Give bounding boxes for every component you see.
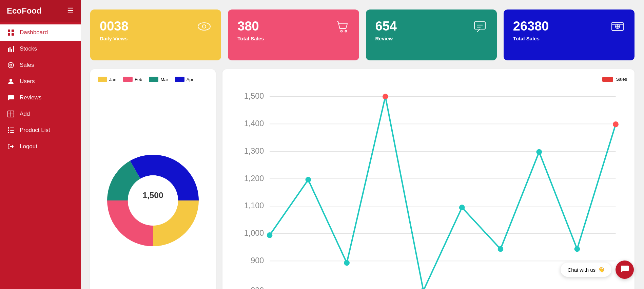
sidebar-label-stocks: Stocks (20, 45, 37, 52)
svg-text:1,300: 1,300 (244, 147, 264, 155)
sidebar-label-sales: Sales (20, 62, 34, 69)
svg-rect-3 (12, 33, 14, 36)
sidebar-item-add[interactable]: Add (0, 106, 81, 122)
stat-card-total-sales: 380 Total Sales (228, 9, 359, 60)
legend-feb: Feb (123, 77, 142, 82)
svg-rect-19 (10, 132, 14, 133)
sidebar-header: EcoFood ☰ (0, 0, 81, 22)
legend-sales-dot (602, 77, 613, 82)
legend-feb-dot (123, 77, 133, 82)
chat-emoji: 👋 (598, 267, 605, 273)
chat-button[interactable] (616, 261, 634, 279)
legend-jan-label: Jan (109, 77, 116, 82)
line-chart-polyline (270, 97, 616, 289)
sidebar-label-reviews: Reviews (20, 94, 41, 101)
svg-rect-4 (8, 48, 9, 52)
sales-icon (7, 62, 14, 69)
total-sales-label: Total Sales (237, 36, 264, 41)
total-sales-2-icon (610, 19, 625, 37)
dot-apr (383, 94, 388, 99)
svg-rect-17 (10, 130, 14, 131)
sidebar-item-reviews[interactable]: Reviews (0, 90, 81, 106)
sidebar-label-dashboard: Dashboard (20, 29, 48, 36)
svg-point-32 (128, 175, 178, 226)
dot-jan (267, 232, 273, 238)
dot-jun (459, 205, 465, 210)
daily-views-icon (197, 19, 212, 37)
legend-jan: Jan (98, 77, 116, 82)
sidebar-item-logout[interactable]: Logout (0, 138, 81, 155)
svg-rect-6 (11, 49, 12, 52)
svg-point-9 (10, 64, 12, 66)
daily-views-number: 0038 (100, 19, 129, 34)
svg-rect-7 (13, 46, 14, 52)
review-number: 654 (375, 19, 397, 34)
product-list-icon (7, 127, 14, 134)
svg-point-21 (198, 23, 210, 30)
stat-card-total-sales-2: 26380 Total Sales (504, 9, 635, 60)
svg-rect-14 (8, 127, 9, 129)
legend-mar: Mar (149, 77, 168, 82)
chat-bubble: Chat with us 👋 (561, 263, 611, 277)
total-sales-number: 380 (237, 19, 264, 34)
line-chart-area: .grid-line { stroke: #e0e0e0; stroke-wid… (230, 85, 627, 289)
reviews-icon (7, 94, 14, 101)
chat-label: Chat with us (567, 267, 596, 273)
sidebar-item-sales[interactable]: Sales (0, 57, 81, 73)
pie-chart-svg: 1,500 (107, 155, 199, 246)
legend-apr-dot (175, 77, 184, 82)
svg-rect-15 (10, 128, 14, 128)
line-chart-header: Sales (230, 77, 627, 82)
svg-rect-12 (8, 114, 14, 114)
legend-mar-label: Mar (160, 77, 168, 82)
stat-card-daily-views: 0038 Daily Views (90, 9, 221, 60)
main-content: 0038 Daily Views 380 Total Sales (81, 0, 644, 289)
total-sales-icon (335, 19, 350, 37)
legend-feb-label: Feb (135, 77, 142, 82)
charts-row: Jan Feb Mar Apr (90, 69, 635, 289)
sidebar-item-product-list[interactable]: Product List (0, 122, 81, 138)
svg-text:1,000: 1,000 (244, 229, 264, 237)
svg-point-10 (9, 79, 12, 81)
dot-jul (498, 246, 504, 252)
dashboard-icon (7, 29, 14, 36)
logout-icon (7, 143, 14, 150)
sidebar-label-add: Add (20, 111, 30, 117)
svg-text:1,500: 1,500 (143, 191, 163, 200)
legend-mar-dot (149, 77, 158, 82)
svg-point-22 (202, 25, 206, 28)
svg-rect-1 (12, 30, 14, 32)
sidebar-label-users: Users (20, 78, 35, 85)
sidebar-item-stocks[interactable]: Stocks (0, 41, 81, 57)
review-label: Review (375, 36, 397, 41)
svg-text:1,200: 1,200 (244, 174, 264, 183)
svg-text:900: 900 (251, 256, 264, 265)
svg-point-8 (8, 62, 14, 68)
pie-chart-container: 1,500 (98, 88, 208, 289)
svg-rect-2 (8, 33, 10, 36)
dot-sept (574, 246, 580, 252)
sidebar-label-product-list: Product List (20, 127, 50, 134)
svg-point-23 (340, 31, 342, 32)
chat-widget: Chat with us 👋 (561, 261, 634, 279)
stat-cards: 0038 Daily Views 380 Total Sales (90, 9, 635, 60)
total-sales-2-label: Total Sales (513, 36, 549, 41)
daily-views-label: Daily Views (100, 36, 129, 41)
pie-chart-card: Jan Feb Mar Apr (90, 69, 216, 289)
dot-aug (536, 149, 542, 155)
stocks-icon (7, 45, 14, 52)
legend-apr: Apr (175, 77, 193, 82)
line-chart-svg: .grid-line { stroke: #e0e0e0; stroke-wid… (230, 85, 627, 289)
sidebar-item-dashboard[interactable]: Dashboard (0, 24, 81, 41)
hamburger-icon[interactable]: ☰ (67, 6, 74, 15)
line-chart-card: Sales .grid-line { stroke: #e0e0e0; stro… (222, 69, 635, 289)
svg-rect-0 (8, 30, 10, 32)
pie-legend: Jan Feb Mar Apr (98, 77, 208, 82)
sidebar-item-users[interactable]: Users (0, 73, 81, 90)
sidebar-nav: Dashboard Stocks Sales (0, 24, 81, 155)
sidebar-label-logout: Logout (20, 143, 37, 150)
svg-rect-16 (8, 130, 9, 131)
legend-jan-dot (98, 77, 107, 82)
svg-text:800: 800 (251, 286, 264, 289)
svg-text:1,400: 1,400 (244, 119, 264, 128)
